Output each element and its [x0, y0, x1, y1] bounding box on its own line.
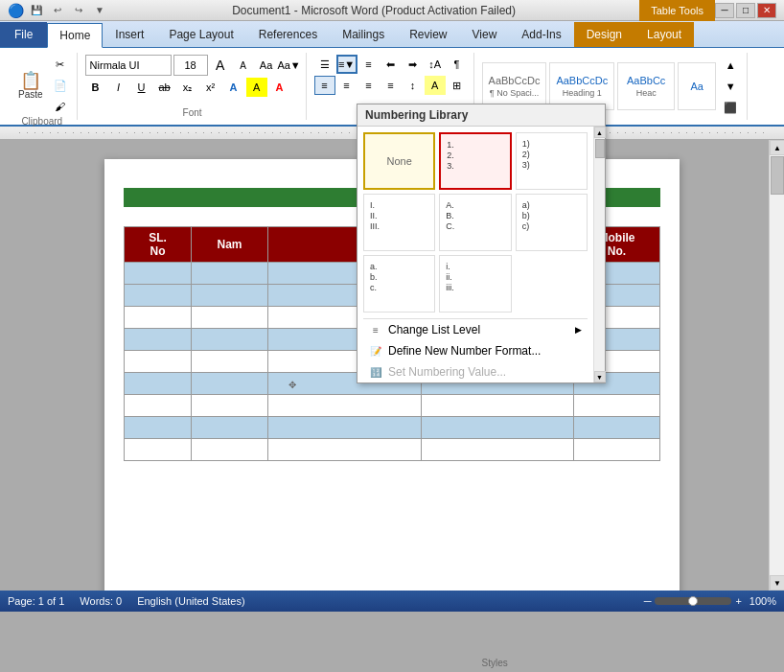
- scrollbar-vertical[interactable]: ▲ ▼: [769, 140, 784, 591]
- nd-scroll-up[interactable]: ▲: [594, 127, 606, 138]
- font-color-btn[interactable]: A: [269, 78, 290, 97]
- shrink-font-btn[interactable]: A: [233, 56, 254, 75]
- highlight-btn[interactable]: A: [246, 78, 267, 97]
- scroll-thumb[interactable]: [771, 156, 784, 195]
- cell: [192, 285, 268, 307]
- text-effect-btn[interactable]: A: [223, 78, 244, 97]
- tab-home[interactable]: Home: [47, 23, 103, 48]
- numbering-roman-upper[interactable]: I. II. III.: [363, 194, 435, 251]
- italic-btn[interactable]: I: [108, 78, 129, 97]
- zoom-out-btn[interactable]: ─: [644, 595, 652, 607]
- zoom-slider[interactable]: [655, 597, 731, 605]
- numbering-alpha-lower-paren[interactable]: a) b) c): [516, 194, 588, 251]
- table-move-handle[interactable]: ✥: [288, 380, 296, 390]
- ribbon-group-font: Nirmala UI 18 A A Aa Aa▼ B I U ab x₂ x² …: [80, 53, 307, 120]
- style-heading3[interactable]: Aa: [678, 62, 716, 110]
- numbering-dropdown: Numbering Library None 1. 2. 3.: [357, 104, 606, 383]
- numbering-btn[interactable]: ≡▼: [336, 55, 357, 74]
- format-painter-btn[interactable]: 🖌: [50, 97, 71, 116]
- align-center-btn[interactable]: ≡: [336, 76, 357, 95]
- paste-btn[interactable]: 📋 Paste: [13, 69, 48, 103]
- tab-page-layout[interactable]: Page Layout: [156, 22, 245, 47]
- zoom-in-btn[interactable]: +: [735, 595, 741, 607]
- align-right-btn[interactable]: ≡: [358, 76, 380, 95]
- table-row: [125, 417, 660, 439]
- numbering-dropdown-main: None 1. 2. 3. 1) 2) 3): [357, 127, 593, 382]
- numbering-alpha-upper[interactable]: A. B. C.: [439, 194, 511, 251]
- bullets-btn[interactable]: ☰: [314, 55, 335, 74]
- tab-review[interactable]: Review: [397, 22, 459, 47]
- cut-btn[interactable]: ✂: [50, 55, 71, 74]
- tab-view[interactable]: View: [460, 22, 510, 47]
- quick-redo-btn[interactable]: ↪: [70, 2, 87, 19]
- numbering-dropdown-body: None 1. 2. 3. 1) 2) 3): [357, 127, 605, 382]
- header-sl-no: SL.No: [125, 227, 192, 263]
- shading-btn[interactable]: A: [425, 76, 446, 95]
- numbering-alpha-lower-dot[interactable]: a. b. c.: [363, 255, 435, 313]
- cell: [192, 351, 268, 373]
- maximize-btn[interactable]: □: [736, 3, 755, 18]
- zoom-thumb[interactable]: [688, 596, 698, 606]
- close-btn[interactable]: ✕: [757, 3, 776, 18]
- styles-scroll-down[interactable]: ▼: [720, 77, 741, 96]
- tab-addins[interactable]: Add-Ins: [509, 22, 573, 47]
- bold-btn[interactable]: B: [85, 78, 106, 97]
- cell: [125, 329, 192, 351]
- justify-btn[interactable]: ≡: [380, 76, 402, 95]
- quick-undo-btn[interactable]: ↩: [49, 2, 66, 19]
- nd-scroll-thumb[interactable]: [595, 139, 605, 158]
- numbering-none[interactable]: None: [363, 132, 435, 190]
- superscript-btn[interactable]: x²: [200, 78, 221, 97]
- cell: [125, 263, 192, 285]
- multilevel-btn[interactable]: ≡: [358, 55, 380, 74]
- show-para-btn[interactable]: ¶: [447, 55, 468, 74]
- tab-file[interactable]: File: [0, 22, 47, 47]
- border-btn[interactable]: ⊞: [447, 76, 468, 95]
- line-spacing-btn[interactable]: ↕: [403, 76, 424, 95]
- decrease-indent-btn[interactable]: ⬅: [380, 55, 402, 74]
- numbering-alpha-upper-preview: A. B. C.: [444, 198, 461, 233]
- font-size-input[interactable]: 18: [173, 55, 208, 76]
- tab-insert[interactable]: Insert: [103, 22, 156, 47]
- subscript-btn[interactable]: x₂: [177, 78, 198, 97]
- numbering-menu-define-new[interactable]: 📝 Define New Number Format...: [357, 340, 593, 361]
- ribbon-group-clipboard: 📋 Paste ✂ 📄 🖌 Clipboard: [8, 53, 78, 120]
- numbering-menu-set-value: 🔢 Set Numbering Value...: [357, 361, 593, 382]
- align-left-btn[interactable]: ≡: [314, 76, 335, 95]
- cell: [574, 417, 660, 439]
- strikethrough-btn[interactable]: ab: [154, 78, 175, 97]
- tab-layout[interactable]: Layout: [634, 22, 694, 47]
- minimize-btn[interactable]: ─: [715, 3, 734, 18]
- cell: [192, 395, 268, 417]
- styles-more[interactable]: ⬛: [720, 98, 741, 117]
- underline-btn[interactable]: U: [131, 78, 152, 97]
- sort-btn[interactable]: ↕A: [425, 55, 446, 74]
- cell: [192, 263, 268, 285]
- increase-indent-btn[interactable]: ➡: [403, 55, 424, 74]
- numbering-menu-change-level[interactable]: ≡ Change List Level ▶: [357, 319, 593, 340]
- numbering-roman-lower[interactable]: i. ii. iii.: [439, 255, 511, 313]
- cell: [192, 329, 268, 351]
- copy-btn[interactable]: 📄: [50, 76, 71, 95]
- numbering-numeric-dot[interactable]: 1. 2. 3.: [439, 132, 511, 190]
- nd-scroll-down[interactable]: ▼: [594, 371, 606, 382]
- tab-design[interactable]: Design: [574, 22, 634, 47]
- numbering-numeric-paren[interactable]: 1) 2) 3): [516, 132, 588, 190]
- numbering-gallery: None 1. 2. 3. 1) 2) 3): [357, 127, 593, 318]
- cell: [268, 395, 422, 417]
- tab-references[interactable]: References: [246, 22, 330, 47]
- clear-format-btn[interactable]: Aa: [256, 56, 277, 75]
- styles-scroll-up[interactable]: ▲: [720, 56, 741, 75]
- quick-dropdown-btn[interactable]: ▼: [91, 2, 108, 19]
- quick-save-btn[interactable]: 💾: [28, 2, 45, 19]
- scroll-down-btn[interactable]: ▼: [770, 575, 784, 591]
- window-title: Document1 - Microsoft Word (Product Acti…: [108, 4, 639, 17]
- status-words: Words: 0: [80, 595, 122, 607]
- tab-mailings[interactable]: Mailings: [330, 22, 397, 47]
- scroll-up-btn[interactable]: ▲: [770, 140, 784, 155]
- grow-font-btn[interactable]: A: [210, 56, 231, 75]
- ribbon-tab-bar: File Home Insert Page Layout References …: [0, 21, 784, 48]
- change-case-btn[interactable]: Aa▼: [279, 56, 300, 75]
- font-name-input[interactable]: Nirmala UI: [85, 55, 172, 76]
- style-heading2[interactable]: AaBbCcHeac: [617, 62, 675, 110]
